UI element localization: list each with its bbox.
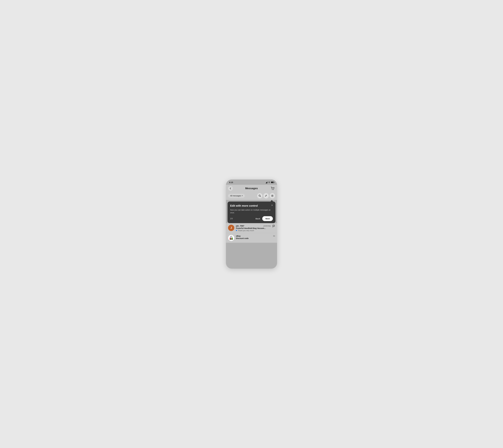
- message-content: eBay 4d Discount code: [236, 235, 275, 240]
- filter-chip[interactable]: All messages ▾: [228, 194, 245, 198]
- chevron-down-icon: ▾: [242, 195, 243, 197]
- svg-marker-0: [266, 181, 267, 183]
- svg-point-2: [272, 190, 272, 190]
- message-time: 4d: [273, 235, 275, 237]
- tooltip-arrow: [270, 200, 273, 202]
- tooltip-step: 2/3: [230, 218, 233, 220]
- svg-rect-10: [231, 238, 232, 240]
- ebay-bag-icon: [229, 235, 234, 240]
- message-top: eBay 4d: [236, 235, 275, 237]
- avatar: [228, 235, 234, 241]
- app-header: Messages: [226, 185, 277, 192]
- tooltip-back-button[interactable]: Back: [256, 218, 260, 220]
- cart-icon: [271, 187, 274, 190]
- tooltip-box: Edit with more control × Now you can tak…: [228, 202, 275, 223]
- message-content: jah_7587 yesterday Powerful Handheld Bug…: [236, 225, 271, 232]
- page-title: Messages: [245, 187, 258, 190]
- tooltip-next-button[interactable]: Next: [262, 216, 273, 221]
- svg-rect-9: [230, 238, 231, 240]
- status-icons: [266, 181, 274, 183]
- unread-dot: [236, 230, 237, 231]
- edit-icon: [265, 194, 267, 197]
- tooltip-close-button[interactable]: ×: [271, 204, 273, 207]
- svg-rect-8: [230, 238, 230, 240]
- tooltip-title: Edit with more control: [230, 204, 270, 207]
- svg-point-1: [269, 183, 269, 183]
- tooltip-header: Edit with more control ×: [230, 204, 273, 207]
- search-button[interactable]: [257, 193, 262, 198]
- tooltip-container: Edit with more control × Now you can tak…: [228, 200, 275, 223]
- back-button[interactable]: [228, 186, 233, 191]
- status-bar: 9:15: [226, 179, 277, 185]
- tooltip-actions: Back Next: [256, 216, 273, 221]
- filter-bar: All messages ▾: [226, 192, 277, 200]
- svg-rect-11: [232, 238, 233, 240]
- message-top: jah_7587 yesterday: [236, 225, 271, 227]
- back-arrow-icon: [230, 187, 231, 190]
- edit-button[interactable]: [263, 193, 269, 198]
- message-subject: Discount code: [236, 237, 275, 240]
- tooltip-description: Now you can take action on multiple mess…: [230, 208, 273, 214]
- search-icon: [259, 194, 261, 197]
- message-time: yesterday: [263, 225, 271, 227]
- flag-icon: [272, 225, 275, 228]
- status-time: 9:15: [229, 181, 233, 183]
- avatar: J: [228, 225, 234, 231]
- wifi-icon: [268, 181, 270, 183]
- cart-button[interactable]: [270, 186, 275, 191]
- sender-name: eBay: [236, 235, 241, 237]
- svg-line-5: [260, 196, 261, 197]
- settings-button[interactable]: [270, 193, 275, 198]
- message-preview: Thank you very much: [238, 230, 254, 232]
- message-item[interactable]: J jah_7587 yesterday Powerful Handheld B…: [226, 223, 277, 233]
- tooltip-footer: 2/3 Back Next: [230, 216, 273, 221]
- message-subject: Powerful Handheld Bug Vacuum...: [236, 227, 271, 229]
- action-icons: [257, 193, 275, 198]
- battery-icon: [271, 182, 274, 183]
- message-item[interactable]: eBay 4d Discount code: [226, 233, 277, 243]
- filter-label: All messages: [230, 195, 241, 197]
- signal-icon: [266, 181, 267, 183]
- message-preview-row: Thank you very much: [236, 230, 271, 232]
- sender-name: jah_7587: [236, 225, 244, 227]
- message-list: J jah_7587 yesterday Powerful Handheld B…: [226, 223, 277, 243]
- gear-icon: [271, 194, 274, 197]
- svg-point-6: [272, 195, 273, 196]
- phone-frame: 9:15 Messages: [226, 179, 277, 269]
- svg-point-3: [273, 190, 274, 190]
